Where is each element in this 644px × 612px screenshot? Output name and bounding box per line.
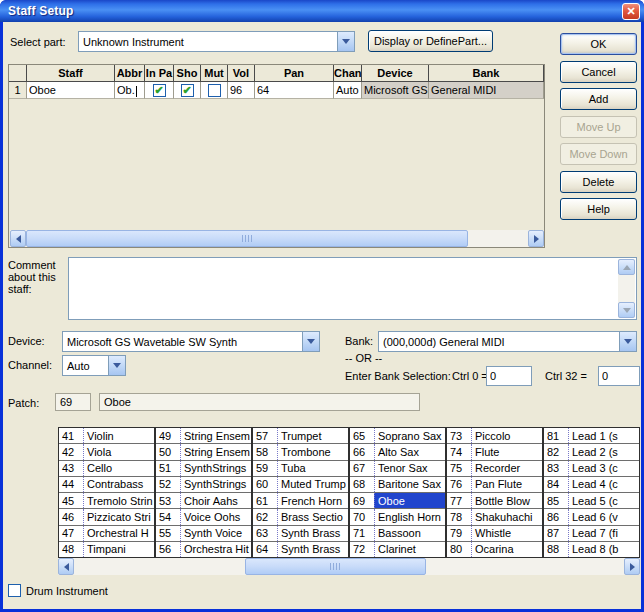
staff-table-hscrollbar[interactable] [10,230,544,247]
patch-cell[interactable]: 65Soprano Sax [350,428,445,444]
pan-cell[interactable]: 64 [255,82,334,99]
channel-dropdown-button[interactable] [108,356,125,375]
patch-number: 54 [156,509,180,524]
comment-textarea[interactable] [68,257,637,320]
patch-cell[interactable]: 74Flute [447,444,542,460]
staff-setup-dialog: Staff Setup ✕ Select part: Unknown Instr… [0,0,644,612]
patch-cell[interactable]: 71Bassoon [350,526,445,542]
chan-cell[interactable]: Auto [334,82,362,99]
patch-cell[interactable]: 42Viola [59,444,154,460]
patch-cell[interactable]: 59Tuba [253,461,348,477]
patch-cell[interactable]: 46Pizzicato Stri [59,509,154,525]
patch-cell[interactable]: 45Tremolo Strin [59,493,154,509]
patch-cell[interactable]: 82Lead 2 (s [544,444,639,460]
add-button[interactable]: Add [560,88,637,110]
patch-cell[interactable]: 58Trombone [253,444,348,460]
patch-cell[interactable]: 57Trumpet [253,428,348,444]
patch-grid-hscrollbar[interactable] [58,558,640,575]
scroll-down-button[interactable] [618,302,635,318]
close-button[interactable]: ✕ [622,3,640,20]
scroll-up-button[interactable] [618,259,635,275]
patch-cell[interactable]: 55Synth Voice [156,526,251,542]
patch-cell[interactable]: 52SynthStrings [156,477,251,493]
patch-cell[interactable]: 60Muted Trump [253,477,348,493]
patch-cell[interactable]: 76Pan Flute [447,477,542,493]
patch-cell[interactable]: 67Tenor Sax [350,461,445,477]
patch-number: 70 [350,509,374,524]
patch-cell[interactable]: 73Piccolo [447,428,542,444]
bank-dropdown-button[interactable] [619,332,636,351]
show-checkbox[interactable]: ✔ [181,84,194,97]
drum-checkbox[interactable]: ✔ [8,584,21,597]
scroll-track[interactable] [26,230,528,247]
comment-vscrollbar[interactable] [618,259,635,318]
patch-cell[interactable]: 50String Ensem [156,444,251,460]
patch-cell[interactable]: 69Oboe [350,493,445,509]
patch-cell[interactable]: 88Lead 8 (b [544,542,639,557]
patch-cell[interactable]: 62Brass Sectio [253,509,348,525]
patch-cell[interactable]: 70English Horn [350,509,445,525]
bank-combobox[interactable]: (000,000d) General MIDI [378,331,637,352]
scroll-left-button[interactable] [58,558,74,575]
patch-cell[interactable]: 83Lead 3 (c [544,461,639,477]
ctrl32-input[interactable] [598,366,640,386]
patch-cell[interactable]: 87Lead 7 (fi [544,526,639,542]
ctrl0-input[interactable] [486,366,532,386]
scroll-right-button[interactable] [528,230,544,247]
patch-cell[interactable]: 53Choir Aahs [156,493,251,509]
scroll-thumb[interactable] [26,230,468,247]
select-part-combobox[interactable]: Unknown Instrument [78,31,355,52]
staff-table-header: Staff Abbr In Pa Sho Mut Vol Pan Chan De… [9,65,544,82]
display-definepart-button[interactable]: Display or DefinePart... [368,30,493,52]
drum-label: Drum Instrument [26,585,108,597]
device-dropdown-button[interactable] [302,332,319,351]
patch-cell[interactable]: 77Bottle Blow [447,493,542,509]
inpart-checkbox[interactable]: ✔ [153,84,166,97]
patch-cell[interactable]: 43Cello [59,461,154,477]
vol-cell[interactable]: 96 [228,82,255,99]
select-part-dropdown-button[interactable] [337,32,354,51]
patch-cell[interactable]: 41Violin [59,428,154,444]
channel-combobox[interactable]: Auto [62,355,126,376]
patch-cell[interactable]: 51SynthStrings [156,461,251,477]
device-combobox[interactable]: Microsoft GS Wavetable SW Synth [62,331,320,352]
patch-cell[interactable]: 44Contrabass [59,477,154,493]
patch-cell[interactable]: 78Shakuhachi [447,509,542,525]
patch-cell[interactable]: 54Voice Oohs [156,509,251,525]
scroll-track[interactable] [74,558,624,575]
patch-cell[interactable]: 85Lead 5 (c [544,493,639,509]
patch-number: 74 [447,444,471,459]
patch-cell[interactable]: 80Ocarina [447,542,542,557]
scroll-thumb[interactable] [245,558,427,575]
cancel-button[interactable]: Cancel [560,61,637,83]
patch-cell[interactable]: 75Recorder [447,461,542,477]
scroll-right-button[interactable] [624,558,640,575]
patch-cell[interactable]: 63Synth Brass [253,526,348,542]
patch-cell[interactable]: 84Lead 4 (c [544,477,639,493]
titlebar[interactable]: Staff Setup ✕ [0,0,644,22]
row-number-cell[interactable]: 1 [9,82,27,99]
scroll-left-button[interactable] [10,230,26,247]
patch-column: 73Piccolo74Flute75Recorder76Pan Flute77B… [447,428,544,557]
patch-cell[interactable]: 79Whistle [447,526,542,542]
patch-cell[interactable]: 66Alto Sax [350,444,445,460]
help-button[interactable]: Help [560,198,637,220]
patch-cell[interactable]: 68Baritone Sax [350,477,445,493]
patch-cell[interactable]: 47Orchestral H [59,526,154,542]
patch-name: Contrabass [83,477,154,492]
patch-cell[interactable]: 81Lead 1 (s [544,428,639,444]
patch-cell[interactable]: 49String Ensem [156,428,251,444]
staff-name-cell[interactable]: Oboe [27,82,115,99]
patch-cell[interactable]: 64Synth Brass [253,542,348,557]
patch-cell[interactable]: 61French Horn [253,493,348,509]
mute-checkbox[interactable]: ✔ [208,84,221,97]
ok-button[interactable]: OK [560,33,637,55]
patch-cell[interactable]: 48Timpani [59,542,154,557]
patch-number: 56 [156,542,180,557]
patch-cell[interactable]: 56Orchestra Hit [156,542,251,557]
patch-cell[interactable]: 72Clarinet [350,542,445,557]
patch-cell[interactable]: 86Lead 6 (v [544,509,639,525]
device-col-header: Device [362,65,429,82]
abbr-cell[interactable]: Ob. [115,82,145,99]
delete-button[interactable]: Delete [560,171,637,193]
